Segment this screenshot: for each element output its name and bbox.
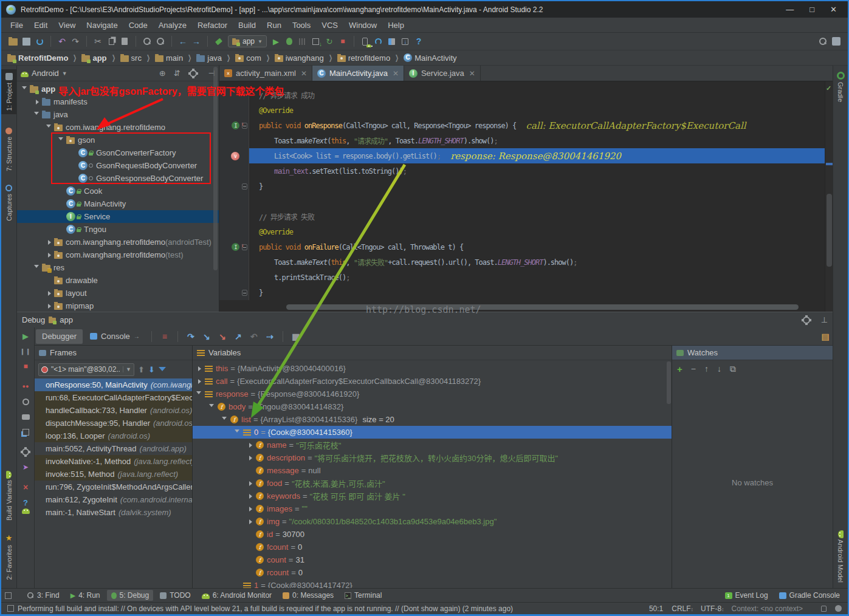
hector-icon[interactable] — [835, 605, 842, 612]
toolbtn-6--android-monitor[interactable]: 6: Android Monitor — [198, 590, 276, 601]
copy-icon[interactable] — [105, 35, 118, 48]
tree-down-arrow[interactable] — [22, 84, 29, 94]
menu-help[interactable]: Help — [382, 19, 410, 32]
variable-row-name[interactable]: fname="可乐卤花枝" — [193, 439, 672, 451]
save-icon[interactable] — [19, 35, 33, 48]
breadcrumb-item-MainActivity[interactable]: CMainActivity — [404, 53, 456, 63]
breadcrumb-item-iwanghang[interactable]: iwanghang — [275, 53, 324, 63]
code-line[interactable]: // 异步请求 失败 — [219, 209, 833, 224]
restore-layout-icon[interactable] — [21, 427, 30, 437]
forward-icon[interactable]: → — [190, 35, 203, 48]
stripe----project[interactable]: 1: Project — [1, 69, 16, 114]
stripe-build-variants[interactable]: Build Variants — [1, 467, 16, 524]
view-breakpoints-icon[interactable]: ●● — [21, 382, 30, 391]
variable-row-rcount[interactable]: frcount=0 — [193, 566, 672, 579]
tree-down-arrow[interactable] — [34, 110, 41, 119]
context-indicator[interactable]: Context: <no context> — [732, 604, 803, 613]
var-right-arrow[interactable] — [247, 440, 254, 450]
stop-icon[interactable]: ■ — [336, 35, 349, 48]
variable-row-1[interactable]: 1={Cook@830041417472} — [193, 579, 672, 588]
variable-row-id[interactable]: fid=30700 — [193, 528, 672, 541]
var-right-arrow[interactable] — [247, 479, 254, 488]
code-area[interactable]: // 异步请求 成功@OverrideIpublic void onRespon… — [219, 81, 833, 312]
code-line[interactable]: } — [219, 285, 833, 300]
stripe-android-model[interactable]: Android Model — [833, 526, 848, 586]
run-to-cursor-icon[interactable]: ⇢ — [263, 330, 277, 343]
code-line[interactable]: Ipublic void onResponse(Call<Tngou> call… — [219, 118, 833, 133]
tree-down-arrow[interactable] — [34, 263, 41, 272]
editor-tab-Service.java[interactable]: IService.java✕ — [404, 66, 481, 81]
stripe-captures[interactable]: Captures — [1, 181, 16, 225]
open-icon[interactable] — [6, 35, 19, 48]
debug-tab-debugger[interactable]: Debugger — [36, 329, 83, 344]
breadcrumb-item-app[interactable]: app — [81, 53, 106, 63]
menu-vcs[interactable]: VCS — [316, 19, 343, 32]
copy-icon[interactable]: ⧉ — [730, 364, 736, 374]
code-line[interactable]: t.printStackTrace(); — [219, 270, 833, 285]
breadcrumb-item-src[interactable]: src — [120, 53, 142, 63]
tree-item-mipmap[interactable]: mipmap — [17, 299, 219, 312]
thread-dropdown[interactable]: "<1> main"@830,02... ▼ — [38, 363, 134, 376]
toolbtn-event-log[interactable]: 1Event Log — [721, 590, 772, 601]
tree-item-com-iwanghang-retrofitdemo[interactable]: com.iwanghang.retrofitdemo (test) — [17, 248, 219, 261]
project-view-selector[interactable]: Android — [32, 69, 59, 78]
move-down-icon[interactable]: ↓ — [717, 364, 721, 374]
drop-frame-icon[interactable]: ↶ — [247, 330, 261, 343]
menu-window[interactable]: Window — [343, 19, 382, 32]
var-down-arrow[interactable] — [209, 402, 216, 411]
frame-row[interactable]: main:612, ZygoteInit (com.android.intern… — [35, 493, 192, 506]
variable-row-this[interactable]: this={MainActivity@830040400016} — [193, 362, 672, 375]
tree-right-arrow[interactable] — [34, 97, 41, 106]
redo-icon[interactable]: ↷ — [69, 35, 82, 48]
line-separator[interactable]: CRLF↕ — [672, 604, 693, 613]
run-icon[interactable]: ▶ — [269, 35, 283, 48]
toolwindow-quick-access-icon[interactable] — [5, 592, 12, 599]
add-watch-icon[interactable]: + — [677, 364, 682, 374]
var-right-arrow[interactable] — [247, 453, 254, 462]
stripe----structure[interactable]: 7: Structure — [1, 124, 16, 175]
code-line[interactable]: @Override — [219, 103, 833, 118]
force-step-into-icon[interactable]: ↘ — [215, 330, 230, 343]
code-line[interactable]: main_text.setText(list.toString()); — [219, 163, 833, 179]
tree-item-tngou[interactable]: CTngou — [17, 223, 219, 236]
debug-settings-gear-icon[interactable] — [803, 317, 810, 324]
back-icon[interactable]: ← — [176, 35, 190, 48]
frame-row[interactable]: invokeNative:-1, Method (java.lang.refle… — [35, 455, 192, 468]
var-down-arrow[interactable] — [235, 428, 241, 437]
var-right-arrow[interactable] — [247, 504, 254, 513]
toolbtn-4--run[interactable]: ▶4: Run — [66, 590, 105, 601]
var-right-arrow[interactable] — [247, 517, 254, 526]
debug-icon[interactable] — [283, 35, 296, 48]
fold-marker[interactable] — [242, 290, 247, 296]
caret-position[interactable]: 50:1 — [649, 604, 663, 613]
variable-row-call[interactable]: call={ExecutorCallAdapterFactory$Executo… — [193, 375, 672, 388]
tab-close-icon[interactable]: ✕ — [393, 69, 399, 78]
debug-tab-console[interactable]: Console→ — [84, 329, 146, 344]
breadcrumb-item-com[interactable]: com — [235, 53, 261, 63]
tree-right-arrow[interactable] — [46, 250, 53, 259]
run-configuration-selector[interactable]: app▼ — [228, 35, 267, 47]
fold-marker[interactable] — [242, 183, 247, 190]
menu-edit[interactable]: Edit — [29, 19, 53, 32]
user-icon[interactable] — [830, 35, 843, 48]
pause-icon[interactable]: ❙❙ — [21, 346, 30, 356]
tree-right-arrow[interactable] — [46, 238, 53, 247]
close-debug-icon[interactable]: × — [21, 482, 30, 492]
move-up-icon[interactable]: ↑ — [704, 364, 709, 374]
variable-row-body[interactable]: fbody={Tngou@830041414832} — [193, 400, 672, 413]
menu-analyze[interactable]: Analyze — [153, 19, 192, 32]
remove-watch-icon[interactable]: − — [691, 364, 696, 374]
toolwindow-toggle-icon[interactable] — [7, 605, 14, 612]
code-line[interactable]: ∨List<Cook> list = response.body().getLi… — [219, 148, 833, 163]
step-over-icon[interactable]: ↷ — [184, 330, 198, 343]
attach-debugger-icon[interactable]: ↓ — [309, 35, 323, 48]
breakpoint-icon[interactable]: ∨ — [231, 152, 239, 160]
fold-marker[interactable] — [242, 244, 247, 250]
variable-row-response[interactable]: response={Response@830041461920} — [193, 388, 672, 400]
frame-row[interactable]: main:-1, NativeStart (dalvik.system) — [35, 506, 192, 519]
variable-row-message[interactable]: fmessage=null — [193, 464, 672, 477]
tree-down-arrow[interactable] — [46, 123, 53, 132]
menu-file[interactable]: File — [5, 19, 29, 32]
make-project-icon[interactable] — [212, 35, 225, 48]
variable-row-fcount[interactable]: ffcount=0 — [193, 541, 672, 553]
